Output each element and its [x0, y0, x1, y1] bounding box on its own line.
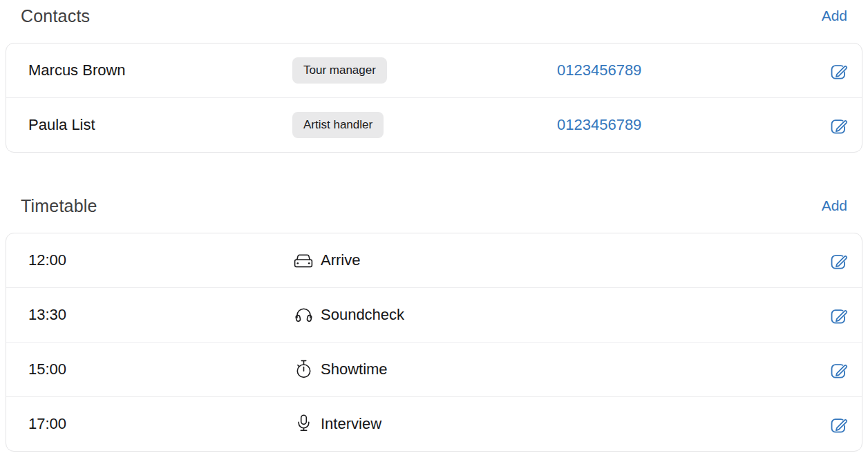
- edit-contact-button[interactable]: [829, 60, 849, 81]
- contacts-title: Contacts: [21, 6, 90, 26]
- contact-name: Paula List: [28, 116, 292, 134]
- timetable-event: Showtime: [292, 359, 829, 380]
- add-contact-button[interactable]: Add: [822, 8, 847, 24]
- contact-role-cell: Tour manager: [292, 57, 557, 84]
- timetable-row: 17:00Interview: [6, 396, 862, 451]
- timetable-title: Timetable: [21, 196, 97, 216]
- timetable-label: Interview: [321, 415, 381, 433]
- contact-row: Marcus BrownTour manager0123456789: [6, 44, 862, 97]
- timetable-time: 12:00: [28, 251, 292, 269]
- timetable-event: Soundcheck: [292, 305, 829, 325]
- microphone-icon: [292, 414, 314, 434]
- timetable-time: 17:00: [28, 415, 292, 433]
- contact-role-badge: Artist handler: [292, 112, 384, 138]
- contact-phone-link[interactable]: 0123456789: [557, 116, 641, 133]
- timetable-header: Timetable Add: [0, 195, 868, 216]
- car-icon: [292, 250, 314, 271]
- headphones-icon: [292, 305, 314, 325]
- timetable-row: 15:00Showtime: [6, 342, 862, 396]
- edit-timetable-button[interactable]: [829, 250, 849, 271]
- timetable-row: 13:30Soundcheck: [6, 287, 862, 342]
- timetable-card: 12:00Arrive13:30Soundcheck15:00Showtime1…: [6, 233, 862, 452]
- contacts-section: Contacts Add Marcus BrownTour manager012…: [0, 6, 868, 153]
- timetable-time: 13:30: [28, 306, 292, 324]
- edit-icon: [829, 61, 849, 81]
- contact-role-cell: Artist handler: [292, 112, 557, 138]
- contact-phone-cell: 0123456789: [557, 116, 829, 134]
- timetable-section: Timetable Add 12:00Arrive13:30Soundcheck…: [0, 195, 868, 452]
- edit-icon: [829, 251, 849, 271]
- timetable-time: 15:00: [28, 360, 292, 378]
- edit-icon: [829, 115, 849, 135]
- edit-timetable-button[interactable]: [829, 414, 849, 434]
- timetable-event: Interview: [292, 414, 829, 434]
- contact-role-badge: Tour manager: [292, 57, 387, 84]
- event-detail-page: Contacts Add Marcus BrownTour manager012…: [0, 0, 868, 452]
- timetable-label: Arrive: [321, 251, 360, 269]
- contact-phone-link[interactable]: 0123456789: [557, 61, 641, 79]
- timetable-row: 12:00Arrive: [6, 233, 862, 287]
- edit-icon: [829, 414, 849, 434]
- edit-timetable-button[interactable]: [829, 305, 849, 325]
- stopwatch-icon: [292, 359, 314, 380]
- edit-contact-button[interactable]: [829, 115, 849, 135]
- contacts-card: Marcus BrownTour manager0123456789Paula …: [6, 43, 862, 153]
- edit-timetable-button[interactable]: [829, 359, 849, 380]
- timetable-label: Soundcheck: [321, 306, 404, 324]
- edit-icon: [829, 360, 849, 380]
- contact-name: Marcus Brown: [28, 61, 292, 79]
- contacts-header: Contacts Add: [0, 6, 868, 26]
- add-timetable-button[interactable]: Add: [822, 197, 847, 214]
- edit-icon: [829, 305, 849, 325]
- contact-row: Paula ListArtist handler0123456789: [6, 97, 862, 152]
- timetable-event: Arrive: [292, 250, 829, 271]
- timetable-label: Showtime: [321, 360, 388, 378]
- contact-phone-cell: 0123456789: [557, 61, 829, 79]
